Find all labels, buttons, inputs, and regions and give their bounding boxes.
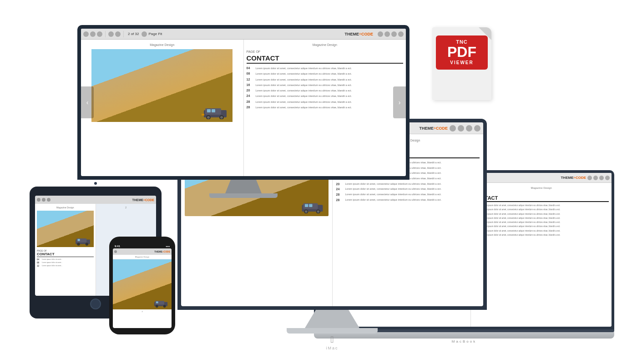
monitor-nav-next[interactable]: ›	[393, 86, 406, 118]
imac-base	[287, 328, 378, 334]
monitor-device: 2 of 32 Page Fit THEME÷CODE ‹ Ma	[77, 25, 410, 198]
list-text: Lorem ipsum dolor sit amet, consectetur …	[481, 234, 560, 237]
imac-logo-accent: ÷CODE	[434, 126, 448, 131]
monitor-screen-inner: 2 of 32 Page Fit THEME÷CODE ‹ Ma	[81, 29, 406, 176]
imac-apple-icon: 	[330, 334, 334, 345]
monitor-toolbar-btn-2[interactable]	[90, 31, 96, 37]
list-text: Lorem ipsum dolor sit amet, consectetur …	[481, 213, 560, 216]
monitor-page-of: PAGE OF	[247, 50, 404, 53]
svg-rect-12	[309, 204, 312, 207]
ipad-toolbar-btn-3[interactable]	[47, 198, 51, 202]
monitor-page-left: Magazine Design	[81, 40, 244, 176]
monitor-nav-btn[interactable]	[142, 31, 147, 37]
list-item: 12Lorem ipsum dolor sit amet...	[37, 265, 94, 267]
svg-rect-3	[212, 109, 215, 112]
list-text: Lorem ipsum dolor sit amet, consectetur …	[256, 83, 352, 87]
ipad-contact-title: CONTACT	[37, 252, 94, 257]
list-item: 08Lorem ipsum dolor sit amet, consectetu…	[474, 208, 609, 211]
svg-point-7	[220, 116, 223, 119]
iphone-toolbar: THEME÷CODE	[113, 248, 172, 255]
iphone-toolbar-btn[interactable]	[114, 250, 117, 253]
macbook-toolbar-btn-9[interactable]	[605, 176, 610, 180]
macbook-toolbar-btn-6[interactable]	[587, 176, 592, 180]
monitor-toolbar-btn-6[interactable]	[378, 31, 383, 37]
list-item: 20Lorem ipsum dolor sit amet, consectetu…	[474, 221, 609, 224]
toolbar-sep-1	[105, 31, 106, 37]
pdf-viewer-label: VIEWER	[439, 60, 485, 65]
list-text: Lorem ipsum dolor sit amet, consectetur …	[481, 208, 560, 211]
jeep-icon	[202, 105, 229, 119]
monitor-toolbar-btn-7[interactable]	[384, 31, 390, 37]
monitor-toolbar-btn-4[interactable]	[108, 31, 114, 37]
macbook-page-right: Magazine Design PAGE OF CONTACT 04Lorem …	[471, 183, 612, 327]
macbook-logo-accent: ÷CODE	[573, 176, 586, 180]
monitor-toolbar-btn-9[interactable]	[398, 31, 404, 37]
ipad-camera	[94, 182, 97, 185]
monitor-toolbar-btn-8[interactable]	[391, 31, 397, 37]
monitor-logo-accent: ÷CODE	[359, 32, 373, 36]
iphone-jeep-icon	[153, 298, 169, 308]
list-text: Lorem ipsum dolor sit amet, consectetur …	[256, 78, 352, 81]
ipad-home-button[interactable]	[90, 298, 101, 309]
imac-logo: THEME÷CODE	[420, 126, 448, 131]
list-text: Lorem ipsum dolor sit amet, consectetur …	[481, 221, 560, 224]
list-text: Lorem ipsum dolor sit amet, consectetur …	[481, 217, 560, 220]
pdf-product-label: PDF	[439, 45, 485, 59]
macbook-toolbar-btn-8[interactable]	[599, 176, 604, 180]
macbook-right-title: Magazine Design	[474, 187, 609, 189]
list-item: 04 Lorem ipsum dolor sit amet, consectet…	[247, 66, 404, 70]
monitor-toolbar: 2 of 32 Page Fit THEME÷CODE	[81, 29, 406, 40]
list-text: Lorem ipsum dolor sit amet, consectetur …	[256, 66, 352, 70]
svg-point-16	[317, 210, 319, 213]
svg-point-34	[163, 305, 166, 308]
monitor-contact-title: CONTACT	[247, 54, 404, 64]
monitor-left-title: Magazine Design	[84, 43, 241, 46]
iphone-device: 9:41 ●●● THEME÷CODE Magazine Design	[109, 237, 175, 334]
list-item: 28Lorem ipsum dolor sit amet, consectetu…	[474, 230, 609, 233]
list-item: 24Lorem ipsum dolor sit amet, consectetu…	[474, 225, 609, 228]
iphone-body: 9:41 ●●● THEME÷CODE Magazine Design	[109, 237, 175, 334]
imac-toolbar-btn-9[interactable]	[474, 125, 480, 131]
monitor-screen-outer: 2 of 32 Page Fit THEME÷CODE ‹ Ma	[77, 25, 410, 180]
imac-stand-area:  iMac	[177, 310, 487, 350]
list-text: Lorem ipsum dolor sit amet, consectetur …	[345, 198, 442, 202]
pdf-badge: TNC PDF VIEWER	[436, 35, 488, 70]
monitor-toolbar-btn-5[interactable]	[115, 31, 121, 37]
imac-stand	[305, 310, 359, 328]
imac-toolbar-btn-6[interactable]	[450, 125, 456, 131]
monitor-toolbar-btn-1[interactable]	[83, 31, 89, 37]
svg-point-14	[305, 210, 308, 213]
svg-rect-11	[305, 204, 308, 207]
monitor-right-title: Magazine Design	[247, 43, 404, 46]
macbook-logo: THEME÷CODE	[561, 176, 586, 180]
imac-toolbar-btn-7[interactable]	[458, 125, 464, 131]
iphone-time: 9:41	[115, 245, 120, 248]
toolbar-sep-2	[123, 31, 124, 37]
macbook-page-of: PAGE OF	[474, 192, 609, 195]
iphone-page-num: 2	[113, 309, 172, 313]
macbook-toolbar-btn-7[interactable]	[593, 176, 598, 180]
pdf-document: TNC PDF VIEWER	[432, 27, 491, 100]
list-item: 16 Lorem ipsum dolor sit amet, consectet…	[247, 83, 404, 87]
monitor-list: 04 Lorem ipsum dolor sit amet, consectet…	[247, 66, 404, 109]
iphone-mag-title: Magazine Design	[113, 255, 172, 259]
macbook-contact-title: CONTACT	[474, 195, 609, 202]
list-item: 08Lorem ipsum dolor sit amet...	[37, 262, 94, 264]
list-text: Lorem ipsum dolor sit amet, consectetur …	[256, 72, 352, 76]
svg-rect-8	[202, 114, 204, 116]
list-item: 12Lorem ipsum dolor sit amet, consectetu…	[474, 213, 609, 216]
list-text: Lorem ipsum dolor sit amet, consectetur …	[256, 100, 352, 104]
list-item: 24 Lorem ipsum dolor sit amet, consectet…	[247, 94, 404, 98]
imac-toolbar-btn-8[interactable]	[466, 125, 472, 131]
list-num: 08	[247, 72, 253, 76]
list-text: Lorem ipsum dolor sit amet, consectetur …	[481, 204, 560, 207]
ipad-toolbar-btn-2[interactable]	[42, 198, 46, 202]
ipad-list: 04Lorem ipsum dolor sit amet... 08Lorem …	[37, 258, 94, 267]
svg-rect-32	[156, 302, 158, 303]
iphone-notch	[130, 243, 155, 248]
ipad-logo-accent: ÷CODE	[143, 198, 154, 202]
monitor-toolbar-btn-3[interactable]	[97, 31, 102, 37]
ipad-page-left: Magazine Design PAGE OF CONTACT	[35, 204, 96, 296]
ipad-toolbar-btn-1[interactable]	[37, 198, 40, 202]
monitor-nav-prev[interactable]: ‹	[81, 86, 94, 118]
